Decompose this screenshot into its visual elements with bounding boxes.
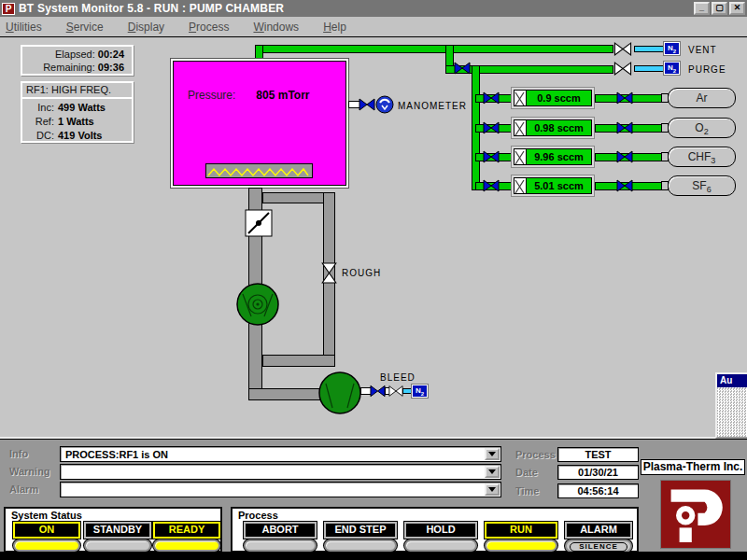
alarm-button[interactable]: ALARM: [565, 522, 632, 539]
gas2-mfc-x-icon: [514, 120, 527, 135]
hold-button[interactable]: HOLD: [404, 522, 477, 539]
aux-window-title: Au: [717, 374, 747, 387]
gas3-cylinder: CHF3: [668, 147, 736, 167]
minimize-button[interactable]: _: [694, 2, 710, 15]
warning-dropdown-button[interactable]: [485, 466, 500, 478]
gas3-valve-in-icon: [483, 150, 500, 167]
gas2-flow-readout: 0.98 sccm: [527, 120, 591, 135]
hold-lamp: [404, 539, 477, 552]
bleed-label: BLEED: [380, 372, 416, 383]
menu-service[interactable]: Service: [66, 21, 104, 34]
gas4-valve-out-icon: [616, 179, 633, 196]
standby-button[interactable]: STANDBY: [84, 522, 151, 539]
gas2-mfc: 0.98 sccm: [511, 117, 595, 139]
schematic-area: Elapsed: 00:24 Remaining: 09:36 RF1: HIG…: [0, 38, 747, 439]
gas3-flow-readout: 9.96 sccm: [527, 149, 591, 164]
gas3-valve-out-icon: [616, 150, 633, 167]
process-group: Process ABORT END STEP HOLD RUN ALARM SI…: [231, 507, 639, 553]
pressure-value: 805 mTorr: [256, 89, 309, 102]
menu-utilities[interactable]: Utilities: [6, 21, 42, 34]
process-name-value: TEST: [557, 447, 639, 462]
purge-n2-badge: N2: [664, 62, 680, 75]
rough-label: ROUGH: [342, 268, 381, 278]
gas1-cylinder: Ar: [668, 88, 736, 108]
maximize-button[interactable]: ▢: [712, 2, 727, 15]
vent-label: VENT: [688, 45, 717, 55]
alarm-value: [61, 483, 500, 484]
manometer-valve-icon: [359, 98, 375, 115]
info-dropdown-button[interactable]: [485, 448, 500, 460]
rf1-dc-value: 419 Volts: [58, 129, 130, 143]
purge-line-pipe: [445, 65, 613, 74]
status-panel: Info PROCESS:RF1 is ON Warning Alarm Pro…: [0, 439, 747, 560]
gas1-valve-in-icon: [483, 91, 500, 108]
rf1-box: RF1: HIGH FREQ. Inc:499 Watts Ref:1 Watt…: [21, 81, 134, 143]
roughing-pipe: [248, 388, 328, 400]
alarm-combobox[interactable]: [60, 482, 501, 497]
menu-help[interactable]: Help: [323, 21, 346, 34]
gas2-valve-in-icon: [483, 121, 500, 138]
manometer-label: MANOMETER: [398, 101, 467, 111]
alarm-label: Alarm: [9, 483, 38, 495]
silence-button[interactable]: SILENCE: [565, 539, 632, 553]
plasma-therm-p-icon: [661, 481, 730, 548]
menu-windows[interactable]: Windows: [253, 21, 299, 34]
date-value: 01/30/21: [557, 465, 639, 480]
manometer-gauge-icon: [375, 95, 394, 118]
aux-window[interactable]: Au: [715, 372, 747, 439]
gas1-mfc-x-icon: [514, 91, 527, 105]
chevron-down-icon: [488, 487, 496, 496]
vent-n2-pipe: [634, 46, 665, 52]
rf1-ref-value: 1 Watts: [58, 115, 130, 129]
warning-value: [61, 465, 500, 467]
elapsed-label: Elapsed:: [55, 49, 95, 60]
alarm-dropdown-button[interactable]: [485, 483, 500, 496]
purge-inlet-valve-icon: [454, 62, 471, 78]
on-button[interactable]: ON: [13, 522, 80, 539]
close-button[interactable]: ✕: [729, 2, 745, 15]
info-value: PROCESS:RF1 is ON: [61, 447, 500, 460]
ready-button[interactable]: READY: [153, 522, 220, 539]
run-button[interactable]: RUN: [485, 522, 557, 539]
gas3-mfc: 9.96 sccm: [511, 146, 595, 168]
gas2-cylinder: O2: [668, 118, 736, 138]
process-group-title: Process: [238, 510, 278, 521]
bypass-top-pipe: [262, 192, 330, 203]
gas4-valve-in-icon: [483, 179, 500, 196]
menu-process[interactable]: Process: [189, 21, 229, 34]
bleed-n2-badge: N2: [412, 385, 428, 398]
menu-display[interactable]: Display: [128, 21, 164, 34]
purge-valve-icon: [612, 62, 634, 79]
gas4-mfc: 5.01 sccm: [511, 175, 595, 197]
bleed-valve-1-icon: [370, 385, 386, 401]
system-status-group: System Status ON STANDBY READY: [4, 507, 222, 553]
rf1-ref-label: Ref:: [22, 115, 54, 129]
gas1-valve-out-icon: [616, 91, 633, 108]
rough-valve-icon: [321, 262, 337, 287]
gas4-mfc-x-icon: [514, 178, 527, 193]
warning-label: Warning: [9, 466, 50, 477]
remaining-value: 09:36: [98, 62, 124, 73]
timer-box: Elapsed: 00:24 Remaining: 09:36: [21, 45, 134, 76]
time-value: 04:56:14: [557, 483, 639, 498]
purge-label: PURGE: [688, 64, 726, 75]
company-logo: [660, 480, 731, 549]
abort-button[interactable]: ABORT: [244, 522, 317, 539]
title-bar: P BT System Monitor 5.8 - RUN : PUMP CHA…: [0, 0, 747, 17]
gas1-mfc: 0.9 sccm: [511, 87, 595, 109]
rf1-inc-label: Inc:: [22, 101, 54, 115]
bypass-bottom-pipe: [262, 355, 335, 367]
rf1-inc-value: 499 Watts: [58, 101, 130, 115]
rf1-title: RF1: HIGH FREQ.: [22, 83, 132, 99]
vent-valve-icon: [612, 42, 634, 60]
end-step-button[interactable]: END STEP: [324, 522, 397, 539]
run-lamp: [485, 539, 557, 552]
bleed-valve-2-icon: [388, 385, 403, 401]
abort-lamp: [244, 539, 317, 552]
pressure-label: Pressure:: [188, 89, 235, 102]
gas2-valve-out-icon: [616, 121, 633, 138]
standby-lamp: [84, 539, 151, 552]
bottom-divider: [0, 552, 747, 560]
info-combobox[interactable]: PROCESS:RF1 is ON: [60, 446, 501, 462]
warning-combobox[interactable]: [60, 464, 501, 480]
